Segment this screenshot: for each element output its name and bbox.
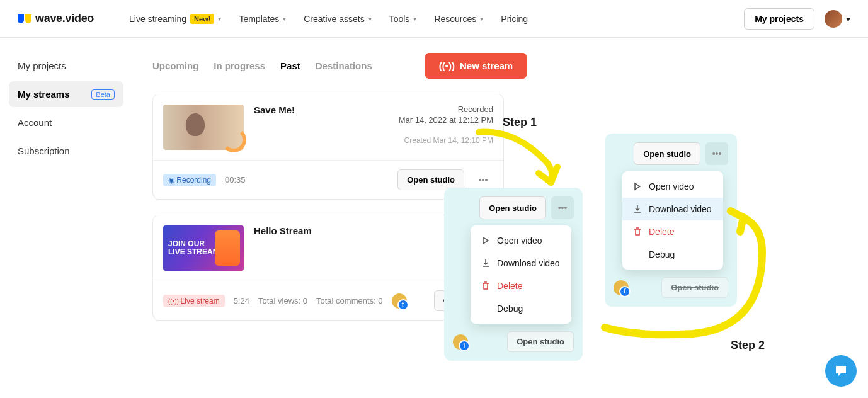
nav-label: Pricing	[501, 14, 528, 24]
tabs-row: Upcoming In progress Past Destinations (…	[152, 53, 848, 79]
sidebar: My projects My streams Beta Account Subs…	[0, 38, 132, 351]
nav-label: Resources	[434, 14, 476, 24]
sidebar-item-my-streams[interactable]: My streams Beta	[9, 81, 123, 107]
card-info: Save Me! Recorded Mar 14, 2022 at 12:12 …	[254, 105, 493, 150]
sidebar-label: Account	[18, 117, 52, 128]
logo-text: wave.video	[35, 12, 94, 25]
arrow-2	[598, 202, 775, 346]
menu-label: Open video	[649, 181, 694, 191]
stream-thumbnail[interactable]	[163, 105, 244, 150]
tab-past[interactable]: Past	[280, 60, 300, 71]
tab-upcoming[interactable]: Upcoming	[152, 60, 198, 71]
open-studio-button[interactable]: Open studio	[479, 196, 546, 219]
avatar	[825, 10, 842, 28]
user-menu[interactable]: ▾	[825, 10, 850, 28]
menu-delete[interactable]: Delete	[471, 275, 571, 297]
sidebar-label: My streams	[18, 89, 70, 100]
menu-label: Download video	[497, 258, 560, 268]
chevron-down-icon: ▾	[413, 15, 416, 22]
destination-badge	[453, 334, 468, 350]
main-nav: Live streaming New! ▾ Templates ▾ Creati…	[129, 14, 744, 24]
new-stream-button[interactable]: ((•)) New stream	[425, 53, 527, 79]
recording-tag: Recording	[163, 174, 216, 186]
nav-resources[interactable]: Resources ▾	[434, 14, 483, 24]
duration: 5:24	[234, 296, 249, 305]
nav-label: Creative assets	[304, 14, 364, 24]
chevron-down-icon: ▾	[846, 14, 850, 24]
nav-label: Templates	[239, 14, 279, 24]
chat-icon	[833, 363, 848, 378]
menu-label: Delete	[497, 281, 522, 291]
sidebar-item-my-projects[interactable]: My projects	[9, 53, 123, 79]
total-views: Total views: 0	[258, 296, 307, 305]
nav-label: Live streaming	[129, 14, 186, 24]
tab-in-progress[interactable]: In progress	[214, 60, 265, 71]
download-icon	[481, 258, 491, 268]
open-studio-button[interactable]: Open studio	[507, 331, 574, 352]
menu-open-video[interactable]: Open video	[622, 175, 723, 198]
sidebar-label: My projects	[18, 60, 66, 71]
chevron-down-icon: ▾	[218, 15, 221, 22]
sidebar-label: Subscription	[18, 145, 70, 156]
logo[interactable]: wave.video	[18, 12, 94, 25]
destination-badge[interactable]	[392, 293, 407, 309]
context-menu: Open video Download video Delete Debug	[471, 225, 571, 324]
nav-tools[interactable]: Tools ▾	[389, 14, 417, 24]
thumbnail-graphic	[215, 230, 240, 266]
nav-live-streaming[interactable]: Live streaming New! ▾	[129, 14, 221, 24]
nav-pricing[interactable]: Pricing	[501, 14, 528, 24]
sidebar-item-subscription[interactable]: Subscription	[9, 138, 123, 164]
more-button[interactable]: •••	[705, 142, 728, 165]
chevron-down-icon: ▾	[480, 15, 483, 22]
logo-icon	[18, 14, 31, 23]
app-header: wave.video Live streaming New! ▾ Templat…	[0, 0, 868, 38]
thumbnail-text: JOIN OURLIVE STREAM	[168, 240, 219, 256]
stream-status: Recorded	[399, 105, 493, 114]
header-right: My projects ▾	[744, 8, 850, 30]
blank-icon	[481, 304, 491, 314]
nav-label: Tools	[389, 14, 410, 24]
nav-creative-assets[interactable]: Creative assets ▾	[304, 14, 371, 24]
chevron-down-icon: ▾	[283, 15, 286, 22]
menu-open-video[interactable]: Open video	[471, 229, 571, 252]
open-studio-button[interactable]: Open studio	[634, 142, 700, 165]
menu-download-video[interactable]: Download video	[471, 252, 571, 275]
play-icon	[481, 236, 491, 246]
stream-card: Save Me! Recorded Mar 14, 2022 at 12:12 …	[152, 94, 504, 200]
stream-datetime: Mar 14, 2022 at 12:12 PM	[399, 115, 493, 125]
sidebar-item-account[interactable]: Account	[9, 110, 123, 135]
trash-icon	[481, 281, 491, 291]
stream-thumbnail[interactable]: JOIN OURLIVE STREAM	[163, 225, 244, 271]
beta-badge: Beta	[91, 89, 115, 100]
tab-destinations[interactable]: Destinations	[316, 60, 372, 71]
total-comments: Total comments: 0	[316, 296, 383, 305]
stream-title: Save Me!	[254, 105, 399, 115]
more-button[interactable]: •••	[551, 196, 574, 219]
menu-debug[interactable]: Debug	[471, 297, 571, 320]
new-badge: New!	[190, 14, 214, 24]
broadcast-icon: ((•))	[439, 60, 455, 71]
card-top: Save Me! Recorded Mar 14, 2022 at 12:12 …	[153, 94, 503, 160]
chat-widget[interactable]	[825, 355, 857, 387]
chevron-down-icon: ▾	[368, 15, 372, 22]
my-projects-button[interactable]: My projects	[744, 8, 814, 30]
duration: 00:35	[225, 175, 246, 185]
stream-title: Hello Stream	[254, 225, 450, 236]
annotation-popover-1: Open studio ••• Open video Download vide…	[444, 188, 583, 361]
live-stream-tag: Live stream	[163, 295, 225, 307]
menu-label: Open video	[497, 236, 542, 246]
button-label: New stream	[460, 60, 513, 71]
menu-label: Debug	[497, 304, 523, 314]
nav-templates[interactable]: Templates ▾	[239, 14, 286, 24]
play-icon	[632, 181, 642, 191]
